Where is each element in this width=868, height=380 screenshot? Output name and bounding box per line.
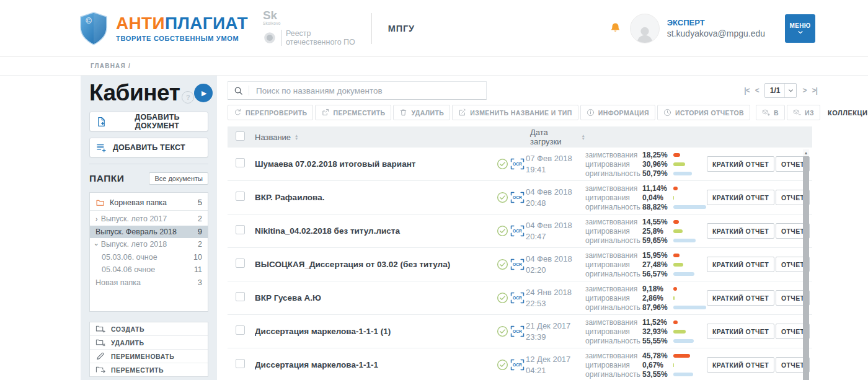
stat-row: оригинальность 87,96% <box>585 303 707 312</box>
stat-value: 2,86% <box>642 294 673 303</box>
row-checkbox[interactable] <box>236 292 245 301</box>
add-text-icon <box>96 143 107 153</box>
antiplagiat-app: © АНТИПЛАГИАТ ТВОРИТЕ СОБСТВЕННЫМ УМОМ S… <box>0 0 868 380</box>
table-row[interactable]: ВКР. Рафаилова. OCR 04 Фев 2018 20:48 за… <box>228 181 812 214</box>
stat-value: 59,65% <box>642 236 673 245</box>
document-title[interactable]: Диссертация маркелова-1-1-1 <box>255 360 497 369</box>
document-title[interactable]: ВКР. Рафаилова. <box>255 193 497 202</box>
table-row[interactable]: Nikitina_04.02.2018 без титул.листа OCR … <box>228 214 812 248</box>
column-header-name[interactable]: Название <box>255 133 291 142</box>
add-text-button[interactable]: ДОБАВИТЬ ТЕКСТ <box>89 138 208 157</box>
select-all-checkbox[interactable] <box>236 131 245 141</box>
next-page-button[interactable]: > <box>802 86 806 95</box>
folder-tree-item[interactable]: › Выпуск. лето 2018 2 <box>90 238 208 251</box>
document-title[interactable]: Диссертация маркелова-1-1-1 (1) <box>255 327 497 336</box>
stat-row: цитирования 0,04% <box>585 193 707 202</box>
short-report-button[interactable]: КРАТКИЙ ОТЧЕТ <box>707 156 774 172</box>
tree-expand-icon[interactable]: › <box>95 216 98 223</box>
toolbar-button[interactable]: УДАЛИТЬ <box>393 105 450 120</box>
short-report-button[interactable]: КРАТКИЙ ОТЧЕТ <box>707 290 774 306</box>
table-rows: Шумаева 07.02.2018 итоговый вариант OCR … <box>228 148 812 380</box>
stat-bar <box>673 306 707 309</box>
row-checkbox[interactable] <box>236 192 245 201</box>
row-checkbox[interactable] <box>236 225 245 234</box>
row-checkbox[interactable] <box>236 359 245 368</box>
main-area: |< < 1/1 > >| ПЕРЕПРОВЕРИТЬ ПЕРЕМЕСТИТЬ … <box>217 76 868 380</box>
sort-name-icon[interactable]: ▲▼ <box>294 134 298 140</box>
folder-count: 9 <box>198 228 202 236</box>
stat-label: оригинальность <box>585 236 642 245</box>
table-row[interactable]: ВКР Гусева А.Ю OCR 24 Янв 2018 22:53 заи… <box>228 281 812 315</box>
toolbar-button[interactable]: ИЗМЕНИТЬ НАЗВАНИЕ И ТИП <box>452 105 578 120</box>
document-title[interactable]: ВЫСОЦКАЯ_Диссертация от 03.02 (без титул… <box>255 260 497 269</box>
toolbar-button[interactable]: ПЕРЕПРОВЕРИТЬ <box>228 105 313 120</box>
folder-tree-item[interactable]: 05.04.06 очное 11 <box>90 263 208 276</box>
folder-action-item[interactable]: ПЕРЕИМЕНОВАТЬ <box>90 350 208 363</box>
collection-remove-button[interactable]: ИЗ <box>787 105 820 120</box>
last-page-button[interactable]: >| <box>812 86 817 95</box>
table-row[interactable]: Шумаева 07.02.2018 итоговый вариант OCR … <box>228 148 812 181</box>
tree-expand-icon[interactable]: › <box>93 243 100 245</box>
page-select[interactable]: 1/1 <box>764 83 797 98</box>
folder-action-item[interactable]: ПЕРЕМЕСТИТЬ <box>90 363 208 376</box>
avatar[interactable] <box>630 14 660 43</box>
brand-logo[interactable]: © АНТИПЛАГИАТ ТВОРИТЕ СОБСТВЕННЫМ УМОМ <box>79 12 248 45</box>
document-title[interactable]: Nikitina_04.02.2018 без титул.листа <box>255 226 497 236</box>
stat-bar <box>673 220 707 224</box>
stat-value: 87,96% <box>642 303 673 312</box>
row-checkbox[interactable] <box>236 325 245 335</box>
short-report-button[interactable]: КРАТКИЙ ОТЧЕТ <box>707 357 774 373</box>
folder-tree-item[interactable]: › Выпуск. лето 2017 2 <box>90 213 208 226</box>
stat-bar <box>673 296 707 300</box>
folder-tree-item[interactable]: 05.03.06. очное 10 <box>90 251 208 264</box>
folder-tree-item[interactable]: Корневая папка 5 <box>90 195 208 211</box>
play-button[interactable]: ▶ <box>194 84 213 102</box>
folder-tree-item[interactable]: Выпуск. Февраль 2018 9 <box>90 226 208 239</box>
short-report-button[interactable]: КРАТКИЙ ОТЧЕТ <box>707 257 774 272</box>
all-documents-button[interactable]: Все документы <box>149 172 208 185</box>
folder-tree-item[interactable]: Новая папка 3 <box>90 276 208 289</box>
short-report-button[interactable]: КРАТКИЙ ОТЧЕТ <box>707 223 774 239</box>
short-report-button[interactable]: КРАТКИЙ ОТЧЕТ <box>707 190 774 205</box>
breadcrumb[interactable]: ГЛАВНАЯ / <box>0 57 868 76</box>
search-input[interactable] <box>255 86 480 96</box>
short-report-button[interactable]: КРАТКИЙ ОТЧЕТ <box>707 324 774 339</box>
folder-action-item[interactable]: СОЗДАТЬ <box>90 322 208 336</box>
stat-value: 45,78% <box>642 351 673 360</box>
stat-row: заимствования 14,55% <box>585 218 707 226</box>
toolbar-button[interactable]: ПЕРЕМЕСТИТЬ <box>315 105 391 120</box>
help-icon[interactable]: ? <box>182 91 194 104</box>
first-page-button[interactable]: |< <box>744 86 749 95</box>
folder-icon <box>95 198 105 207</box>
status-checked-icon <box>497 292 508 304</box>
row-checkbox[interactable] <box>236 158 245 167</box>
notification-bell-icon[interactable] <box>609 22 621 34</box>
collection-add-button[interactable]: В <box>756 105 785 120</box>
toolbar-button[interactable]: ИНФОРМАЦИЯ <box>580 105 655 120</box>
stat-value: 14,55% <box>642 218 673 226</box>
document-title[interactable]: ВКР Гусева А.Ю <box>255 293 497 303</box>
table-row[interactable]: ВЫСОЦКАЯ_Диссертация от 03.02 (без титул… <box>228 248 812 281</box>
stat-row: оригинальность 56,57% <box>585 270 707 278</box>
page-title: Кабинет <box>89 80 180 106</box>
toolbar-button[interactable]: ИСТОРИЯ ОТЧЕТОВ <box>657 105 750 120</box>
column-header-date[interactable]: Дата загрузки <box>530 128 578 146</box>
menu-button[interactable]: МЕНЮ <box>785 14 815 43</box>
folder-action-item[interactable]: УДАЛИТЬ <box>90 336 208 350</box>
table-row[interactable]: Диссертация маркелова-1-1-1 (1) OCR 21 Д… <box>228 315 812 348</box>
scrollbar[interactable]: ▲ <box>803 149 809 380</box>
prev-page-button[interactable]: < <box>755 86 759 95</box>
scroll-up-icon[interactable]: ▲ <box>804 149 808 156</box>
upload-date: 07 Фев 2018 19:41 <box>526 153 585 175</box>
scrollbar-thumb[interactable] <box>803 156 809 380</box>
status-checked-icon <box>497 225 508 237</box>
document-title[interactable]: Шумаева 07.02.2018 итоговый вариант <box>255 159 497 169</box>
add-document-button[interactable]: ДОБАВИТЬ ДОКУМЕНТ <box>89 112 208 131</box>
row-checkbox[interactable] <box>236 258 245 268</box>
folders-title: ПАПКИ <box>89 173 124 184</box>
stat-bar <box>673 263 707 267</box>
table-row[interactable]: Диссертация маркелова-1-1-1 OCR 12 Дек 2… <box>228 348 812 380</box>
stat-label: заимствования <box>585 285 642 293</box>
sort-date-icon[interactable]: ▲▼ <box>582 134 585 140</box>
stat-bar <box>673 172 707 175</box>
